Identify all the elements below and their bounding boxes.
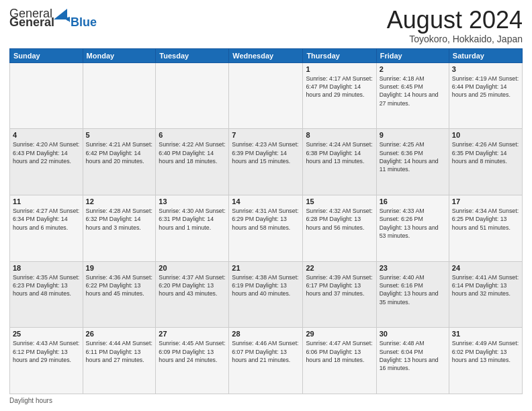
day-number: 12 xyxy=(86,197,153,205)
table-row: 21Sunrise: 4:38 AM Sunset: 6:19 PM Dayli… xyxy=(229,261,303,328)
day-number: 22 xyxy=(306,264,373,272)
day-number: 4 xyxy=(13,131,80,139)
table-row: 20Sunrise: 4:37 AM Sunset: 6:20 PM Dayli… xyxy=(156,261,229,328)
day-info: Sunrise: 4:31 AM Sunset: 6:29 PM Dayligh… xyxy=(232,207,300,232)
logo-general-text2: General xyxy=(9,15,54,30)
day-number: 20 xyxy=(159,264,226,272)
day-number: 27 xyxy=(159,330,226,338)
day-number: 3 xyxy=(452,65,519,73)
day-number: 30 xyxy=(380,330,446,338)
day-info: Sunrise: 4:44 AM Sunset: 6:11 PM Dayligh… xyxy=(86,339,153,364)
col-monday: Monday xyxy=(83,48,156,62)
logo: General General Blue xyxy=(9,7,97,30)
calendar-header-row: Sunday Monday Tuesday Wednesday Thursday… xyxy=(10,48,523,62)
day-info: Sunrise: 4:46 AM Sunset: 6:07 PM Dayligh… xyxy=(232,339,300,364)
day-info: Sunrise: 4:39 AM Sunset: 6:17 PM Dayligh… xyxy=(306,273,373,298)
day-info: Sunrise: 4:36 AM Sunset: 6:22 PM Dayligh… xyxy=(86,273,153,298)
col-thursday: Thursday xyxy=(303,48,376,62)
table-row: 2Sunrise: 4:18 AM Sunset: 6:45 PM Daylig… xyxy=(376,62,449,129)
day-number: 7 xyxy=(232,131,300,139)
table-row: 25Sunrise: 4:43 AM Sunset: 6:12 PM Dayli… xyxy=(10,328,83,394)
table-row xyxy=(156,62,229,129)
table-row: 14Sunrise: 4:31 AM Sunset: 6:29 PM Dayli… xyxy=(229,195,303,261)
title-block: August 2024 Toyokoro, Hokkaido, Japan xyxy=(387,7,523,44)
calendar-week-0: 1Sunrise: 4:17 AM Sunset: 6:47 PM Daylig… xyxy=(10,62,523,129)
table-row: 7Sunrise: 4:23 AM Sunset: 6:39 PM Daylig… xyxy=(229,129,303,195)
day-info: Sunrise: 4:35 AM Sunset: 6:23 PM Dayligh… xyxy=(13,273,80,298)
table-row: 29Sunrise: 4:47 AM Sunset: 6:06 PM Dayli… xyxy=(303,328,376,394)
day-info: Sunrise: 4:27 AM Sunset: 6:34 PM Dayligh… xyxy=(13,207,80,232)
day-info: Sunrise: 4:28 AM Sunset: 6:32 PM Dayligh… xyxy=(86,207,153,232)
table-row: 5Sunrise: 4:21 AM Sunset: 6:42 PM Daylig… xyxy=(83,129,156,195)
table-row: 31Sunrise: 4:49 AM Sunset: 6:02 PM Dayli… xyxy=(449,328,522,394)
day-info: Sunrise: 4:48 AM Sunset: 6:04 PM Dayligh… xyxy=(380,339,446,372)
day-number: 21 xyxy=(232,264,300,272)
day-number: 15 xyxy=(306,197,373,205)
day-number: 24 xyxy=(452,264,519,272)
day-info: Sunrise: 4:20 AM Sunset: 6:43 PM Dayligh… xyxy=(13,140,80,165)
table-row: 9Sunrise: 4:25 AM Sunset: 6:36 PM Daylig… xyxy=(376,129,449,195)
day-number: 5 xyxy=(86,131,153,139)
header: General General Blue August 2024 Toyokor… xyxy=(9,7,523,44)
table-row: 11Sunrise: 4:27 AM Sunset: 6:34 PM Dayli… xyxy=(10,195,83,261)
table-row: 6Sunrise: 4:22 AM Sunset: 6:40 PM Daylig… xyxy=(156,129,229,195)
location: Toyokoro, Hokkaido, Japan xyxy=(387,34,523,44)
daylight-label: Daylight hours xyxy=(9,397,52,404)
table-row: 12Sunrise: 4:28 AM Sunset: 6:32 PM Dayli… xyxy=(83,195,156,261)
day-number: 16 xyxy=(380,197,446,205)
day-number: 31 xyxy=(452,330,519,338)
table-row: 23Sunrise: 4:40 AM Sunset: 6:16 PM Dayli… xyxy=(376,261,449,328)
day-number: 6 xyxy=(159,131,226,139)
day-number: 19 xyxy=(86,264,153,272)
table-row: 16Sunrise: 4:33 AM Sunset: 6:26 PM Dayli… xyxy=(376,195,449,261)
table-row: 26Sunrise: 4:44 AM Sunset: 6:11 PM Dayli… xyxy=(83,328,156,394)
day-info: Sunrise: 4:40 AM Sunset: 6:16 PM Dayligh… xyxy=(380,273,446,306)
table-row: 15Sunrise: 4:32 AM Sunset: 6:28 PM Dayli… xyxy=(303,195,376,261)
month-title: August 2024 xyxy=(387,7,523,34)
table-row xyxy=(229,62,303,129)
table-row: 22Sunrise: 4:39 AM Sunset: 6:17 PM Dayli… xyxy=(303,261,376,328)
day-info: Sunrise: 4:25 AM Sunset: 6:36 PM Dayligh… xyxy=(380,140,446,173)
table-row: 13Sunrise: 4:30 AM Sunset: 6:31 PM Dayli… xyxy=(156,195,229,261)
table-row: 17Sunrise: 4:34 AM Sunset: 6:25 PM Dayli… xyxy=(449,195,522,261)
day-number: 14 xyxy=(232,197,300,205)
day-info: Sunrise: 4:45 AM Sunset: 6:09 PM Dayligh… xyxy=(159,339,226,364)
day-info: Sunrise: 4:22 AM Sunset: 6:40 PM Dayligh… xyxy=(159,140,226,165)
day-info: Sunrise: 4:19 AM Sunset: 6:44 PM Dayligh… xyxy=(452,75,519,99)
table-row: 8Sunrise: 4:24 AM Sunset: 6:38 PM Daylig… xyxy=(303,129,376,195)
day-number: 28 xyxy=(232,330,300,338)
footer: Daylight hours xyxy=(9,397,523,404)
col-saturday: Saturday xyxy=(449,48,522,62)
day-number: 17 xyxy=(452,197,519,205)
day-info: Sunrise: 4:32 AM Sunset: 6:28 PM Dayligh… xyxy=(306,207,373,232)
col-tuesday: Tuesday xyxy=(156,48,229,62)
day-info: Sunrise: 4:30 AM Sunset: 6:31 PM Dayligh… xyxy=(159,207,226,232)
day-info: Sunrise: 4:49 AM Sunset: 6:02 PM Dayligh… xyxy=(452,339,519,364)
col-sunday: Sunday xyxy=(10,48,83,62)
table-row xyxy=(10,62,83,129)
table-row: 24Sunrise: 4:41 AM Sunset: 6:14 PM Dayli… xyxy=(449,261,522,328)
logo-wave-icon xyxy=(55,17,70,29)
day-info: Sunrise: 4:47 AM Sunset: 6:06 PM Dayligh… xyxy=(306,339,373,364)
table-row: 27Sunrise: 4:45 AM Sunset: 6:09 PM Dayli… xyxy=(156,328,229,394)
day-number: 13 xyxy=(159,197,226,205)
day-info: Sunrise: 4:38 AM Sunset: 6:19 PM Dayligh… xyxy=(232,273,300,298)
table-row: 3Sunrise: 4:19 AM Sunset: 6:44 PM Daylig… xyxy=(449,62,522,129)
col-friday: Friday xyxy=(376,48,449,62)
day-info: Sunrise: 4:37 AM Sunset: 6:20 PM Dayligh… xyxy=(159,273,226,298)
calendar-table: Sunday Monday Tuesday Wednesday Thursday… xyxy=(9,48,523,394)
day-info: Sunrise: 4:34 AM Sunset: 6:25 PM Dayligh… xyxy=(452,207,519,232)
table-row: 30Sunrise: 4:48 AM Sunset: 6:04 PM Dayli… xyxy=(376,328,449,394)
table-row: 19Sunrise: 4:36 AM Sunset: 6:22 PM Dayli… xyxy=(83,261,156,328)
day-info: Sunrise: 4:17 AM Sunset: 6:47 PM Dayligh… xyxy=(306,75,373,99)
calendar-week-4: 25Sunrise: 4:43 AM Sunset: 6:12 PM Dayli… xyxy=(10,328,523,394)
table-row: 18Sunrise: 4:35 AM Sunset: 6:23 PM Dayli… xyxy=(10,261,83,328)
calendar-week-1: 4Sunrise: 4:20 AM Sunset: 6:43 PM Daylig… xyxy=(10,129,523,195)
day-number: 23 xyxy=(380,264,446,272)
day-info: Sunrise: 4:24 AM Sunset: 6:38 PM Dayligh… xyxy=(306,140,373,165)
day-number: 9 xyxy=(380,131,446,139)
calendar-week-2: 11Sunrise: 4:27 AM Sunset: 6:34 PM Dayli… xyxy=(10,195,523,261)
day-info: Sunrise: 4:41 AM Sunset: 6:14 PM Dayligh… xyxy=(452,273,519,298)
calendar-week-3: 18Sunrise: 4:35 AM Sunset: 6:23 PM Dayli… xyxy=(10,261,523,328)
day-info: Sunrise: 4:21 AM Sunset: 6:42 PM Dayligh… xyxy=(86,140,153,165)
